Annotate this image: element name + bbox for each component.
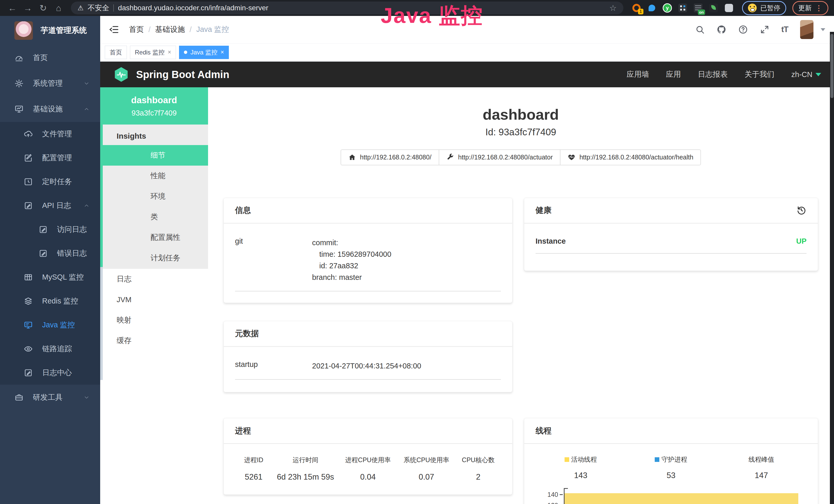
pin-extension-icon[interactable]: [647, 3, 657, 13]
sidebar-item-config-management[interactable]: 配置管理: [0, 146, 100, 170]
sidebar-item-label: 系统管理: [33, 78, 63, 89]
font-size-icon[interactable]: tT: [781, 25, 788, 34]
health-url-button[interactable]: http://192.168.0.2:48080/actuator/health: [560, 150, 701, 165]
git-id-line: id: 27aa832: [312, 260, 501, 272]
breadcrumb-infra[interactable]: 基础设施: [155, 24, 185, 35]
bookmark-star-icon[interactable]: ☆: [609, 3, 617, 13]
sidebar-item-log-center[interactable]: 日志中心: [0, 361, 100, 385]
health-card: 健康 Instance UP: [524, 198, 818, 271]
sidebar-item-system[interactable]: 系统管理: [0, 71, 100, 96]
browser-forward-icon[interactable]: →: [21, 0, 35, 16]
y-extension-icon[interactable]: y: [662, 3, 672, 13]
update-label: 更新: [798, 4, 812, 13]
tab-home[interactable]: 首页: [105, 46, 127, 59]
sidebar-item-scheduled-jobs[interactable]: 定时任务: [0, 170, 100, 193]
sba-nav-about[interactable]: 关于我们: [745, 69, 774, 79]
close-icon[interactable]: ×: [221, 49, 224, 56]
github-icon[interactable]: [717, 25, 726, 35]
on-extension-icon[interactable]: on: [693, 3, 703, 13]
sba-nav-wallboard[interactable]: 应用墙: [627, 69, 649, 79]
sba-item-classes[interactable]: 类: [100, 207, 208, 227]
tab-java-monitor[interactable]: Java 监控 ×: [179, 46, 229, 59]
help-icon[interactable]: [738, 25, 748, 35]
address-bar[interactable]: ⚠ 不安全 dashboard.yudao.iocoder.cn/infra/a…: [71, 2, 623, 15]
browser-reload-icon[interactable]: ↻: [37, 0, 50, 16]
paused-label: 已暂停: [760, 4, 780, 13]
sba-item-details[interactable]: 细节: [100, 145, 208, 166]
sba-item-caches[interactable]: 缓存: [100, 330, 208, 351]
status-badge: UP: [796, 237, 807, 246]
sidebar-item-label: Java 监控: [42, 320, 75, 330]
sba-item-environment[interactable]: 环境: [100, 186, 208, 207]
browser-update-button[interactable]: 更新 ⋮: [792, 1, 828, 15]
health-history-button[interactable]: [796, 205, 807, 215]
sidebar-item-file-management[interactable]: 文件管理: [0, 122, 100, 146]
actuator-url-button[interactable]: http://192.168.0.2:48080/actuator: [439, 150, 561, 165]
sba-item-logs[interactable]: 日志: [100, 269, 208, 289]
paused-profile-chip[interactable]: 已暂停: [742, 1, 786, 15]
sba-item-scheduled-tasks[interactable]: 计划任务: [100, 248, 208, 268]
menu-fold-icon[interactable]: [109, 24, 119, 35]
sba-item-metrics[interactable]: 性能: [100, 166, 208, 186]
sidebar-item-dev-tools[interactable]: 研发工具: [0, 385, 100, 410]
sba-item-config-props[interactable]: 配置属性: [100, 227, 208, 248]
sidebar-item-home[interactable]: 首页: [0, 45, 100, 71]
sprout-extension-icon[interactable]: [709, 3, 719, 13]
briefcase-icon: [14, 393, 24, 402]
eye-icon: [24, 344, 33, 353]
sba-brand-title: Spring Boot Admin: [136, 69, 229, 81]
sidebar-item-access-logs[interactable]: 访问日志: [0, 217, 100, 241]
divider: [113, 4, 114, 12]
service-url-button[interactable]: http://192.168.0.2:48080/: [341, 150, 439, 165]
sidebar-item-label: API 日志: [42, 201, 71, 211]
sba-app-header[interactable]: dashboard 93a3fc7f7409: [100, 87, 208, 124]
sidebar-item-label: 访问日志: [57, 224, 87, 235]
chevron-down-icon: [83, 394, 90, 401]
sidebar-item-label: 首页: [33, 53, 48, 63]
page-title: dashboard: [223, 106, 818, 123]
grid-extension-icon[interactable]: [678, 3, 687, 13]
scrollbar-thumb[interactable]: [830, 34, 833, 98]
sidebar-item-error-logs[interactable]: 错误日志: [0, 241, 100, 265]
kebab-menu-icon[interactable]: ⋮: [815, 4, 822, 12]
browser-home-icon[interactable]: ⌂: [52, 0, 65, 16]
tab-redis-monitor[interactable]: Redis 监控 ×: [130, 46, 176, 59]
browser-back-icon[interactable]: ←: [6, 0, 19, 16]
extensions-puzzle-icon[interactable]: [724, 3, 734, 13]
search-icon[interactable]: [695, 25, 705, 35]
sba-nav-journal[interactable]: 日志报表: [698, 69, 728, 79]
page-scrollbar[interactable]: [830, 32, 834, 504]
breadcrumb-home[interactable]: 首页: [129, 24, 144, 35]
stat-label: 线程峰值: [748, 455, 774, 464]
fullscreen-icon[interactable]: [760, 25, 770, 35]
sba-item-jvm[interactable]: JVM: [100, 289, 208, 310]
sidebar-item-tracing[interactable]: 链路追踪: [0, 337, 100, 361]
cpu-cores: 2: [456, 473, 501, 482]
sba-insights-section: Insights 细节 性能 环境 类 配置属性 计划任务: [100, 124, 208, 269]
user-avatar[interactable]: [800, 20, 813, 39]
close-icon[interactable]: ×: [168, 49, 171, 56]
sidebar-item-api-logs[interactable]: API 日志: [0, 193, 100, 217]
health-key: Instance: [535, 237, 613, 246]
sidebar-item-redis-monitor[interactable]: Redis 监控: [0, 289, 100, 313]
sba-item-label: 计划任务: [151, 253, 180, 263]
spring-boot-admin-logo-icon: [113, 66, 129, 83]
tab-label: Redis 监控: [135, 48, 164, 56]
sidebar-item-infra[interactable]: 基础设施: [0, 96, 100, 122]
legend-square-yellow: [565, 457, 569, 462]
sba-item-mappings[interactable]: 映射: [100, 310, 208, 330]
sba-navbar: Spring Boot Admin 应用墙 应用 日志报表 关于我们 zh-CN: [100, 62, 834, 87]
sba-item-label: 类: [151, 212, 158, 222]
sba-nav-applications[interactable]: 应用: [666, 69, 681, 79]
sba-brand[interactable]: Spring Boot Admin: [113, 66, 229, 83]
sidebar-item-mysql-monitor[interactable]: MySQL 监控: [0, 265, 100, 289]
app-logo-row[interactable]: 芋道管理系统: [0, 16, 100, 45]
avatar-caret-icon[interactable]: [821, 28, 825, 31]
pin-icon: [649, 5, 655, 11]
heartbeat-icon: [568, 154, 575, 161]
y-axis-tick: 140: [544, 491, 563, 498]
sidebar-item-java-monitor[interactable]: Java 监控: [0, 313, 100, 337]
sba-locale-select[interactable]: zh-CN: [791, 70, 821, 79]
extension-icon[interactable]: 1: [632, 3, 641, 13]
metadata-row-startup: startup 2021-04-27T00:44:31.254+08:00: [235, 347, 501, 372]
